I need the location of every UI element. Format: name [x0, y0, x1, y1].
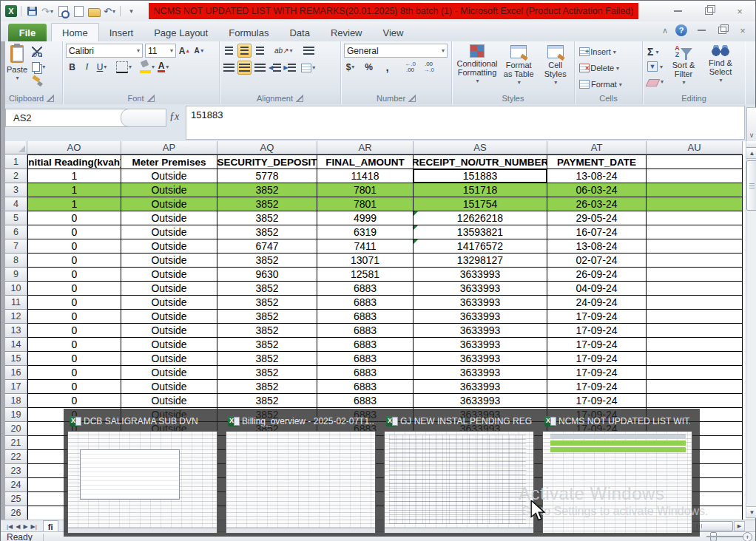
thumbnail-preview[interactable] — [67, 431, 217, 534]
cell-AU15[interactable] — [647, 352, 743, 366]
cell-AP12[interactable]: Outside — [121, 310, 217, 324]
shrink-font-button[interactable]: A▼ — [193, 44, 206, 57]
row-header-24[interactable]: 24 — [5, 478, 27, 492]
cell-AS10[interactable]: 3633993 — [414, 282, 547, 296]
tab-view[interactable]: View — [373, 24, 414, 41]
cell-AT9[interactable]: 26-09-24 — [547, 268, 647, 282]
col-header-AR[interactable]: AR — [317, 141, 414, 154]
last-sheet-icon[interactable]: ▶| — [31, 523, 37, 530]
cell-AO6[interactable]: 0 — [27, 225, 121, 239]
format-cells-button[interactable]: Format▾ — [578, 78, 641, 91]
cell-AR8[interactable]: 13071 — [317, 254, 414, 268]
row-header-19[interactable]: 19 — [5, 408, 27, 422]
increase-indent-button[interactable]: ▶ — [283, 61, 296, 74]
conditional-formatting-button[interactable]: Conditional Formatting▾ — [455, 44, 499, 89]
cell-AU6[interactable] — [647, 225, 743, 239]
cell-AP18[interactable]: Outside — [121, 394, 217, 408]
cell-AS18[interactable]: 3633993 — [414, 394, 547, 408]
cell-AQ5[interactable]: 3852 — [217, 211, 317, 225]
copy-button[interactable]: ▾ — [30, 60, 47, 73]
thumbnail-preview[interactable] — [542, 431, 692, 534]
cell-AP14[interactable]: Outside — [121, 338, 217, 352]
row-header-25[interactable]: 25 — [5, 492, 27, 506]
cell-AR18[interactable]: 6883 — [317, 394, 414, 408]
row-header-9[interactable]: 9 — [5, 268, 27, 282]
prev-sheet-icon[interactable]: ◀ — [16, 523, 20, 530]
grow-font-button[interactable]: A▲ — [178, 44, 191, 57]
cell-AT15[interactable]: 17-09-24 — [547, 352, 647, 366]
cell-AT7[interactable]: 13-08-24 — [547, 239, 647, 254]
cell-AU4[interactable] — [647, 197, 743, 211]
cell-AT11[interactable]: 24-09-24 — [547, 296, 647, 310]
bold-button[interactable]: B — [66, 61, 78, 73]
cell-AP8[interactable]: Outside — [121, 254, 217, 268]
cell-AU16[interactable] — [647, 366, 743, 380]
italic-button[interactable]: I — [81, 61, 93, 73]
format-painter-button[interactable] — [30, 75, 47, 88]
cell-AT4[interactable]: 26-03-24 — [547, 197, 647, 211]
paste-button[interactable]: Paste▾ — [4, 44, 30, 89]
taskbar-thumbnail[interactable]: Billing_overview - 2025-02-07T1... — [226, 412, 376, 534]
cell-AU11[interactable] — [647, 296, 743, 310]
font-size-combo[interactable]: 11▾ — [145, 44, 176, 58]
cell-AP6[interactable]: Outside — [121, 225, 217, 239]
cell-AO8[interactable]: 0 — [27, 254, 121, 268]
row-header-15[interactable]: 15 — [5, 352, 27, 366]
cell-AQ8[interactable]: 3852 — [217, 254, 317, 268]
cell-AS17[interactable]: 3633993 — [414, 380, 547, 394]
undo-icon[interactable]: ↶▾ — [103, 4, 116, 18]
cell-AR15[interactable]: 6883 — [317, 352, 414, 366]
cell-AP11[interactable]: Outside — [121, 296, 217, 310]
alignment-dialog-launcher-icon[interactable] — [296, 95, 303, 102]
cell-AQ12[interactable]: 3852 — [217, 310, 317, 324]
row-header-2[interactable]: 2 — [5, 169, 27, 183]
cell-AO12[interactable]: 0 — [27, 310, 121, 324]
cell-AO16[interactable]: 0 — [27, 366, 121, 380]
cell-AS13[interactable]: 3633993 — [414, 324, 547, 338]
taskbar-thumbnail[interactable]: DCB SALIGRAMA SUB DVN — [67, 412, 217, 534]
accounting-format-button[interactable]: $▾ — [344, 61, 357, 73]
row-header-13[interactable]: 13 — [5, 324, 27, 338]
row-header-14[interactable]: 14 — [5, 338, 27, 352]
cut-button[interactable] — [30, 45, 47, 58]
row-header-4[interactable]: 4 — [5, 197, 27, 211]
minimize-icon[interactable] — [668, 5, 687, 17]
cell-AR10[interactable]: 6883 — [317, 282, 414, 296]
customize-qat-icon[interactable]: ▾ — [124, 4, 138, 18]
align-right-button[interactable] — [254, 61, 266, 74]
tab-file[interactable]: File — [8, 24, 47, 41]
open-folder-icon[interactable] — [87, 4, 101, 18]
cell-AS6[interactable]: 13593821 — [414, 225, 547, 239]
name-box[interactable]: AS2▾ — [5, 109, 129, 127]
cell-AQ6[interactable]: 3852 — [217, 225, 317, 239]
cell-AT6[interactable]: 16-07-24 — [547, 225, 647, 239]
cell-AQ16[interactable]: 3852 — [217, 366, 317, 380]
redo-icon[interactable]: ↷▾ — [41, 4, 54, 18]
cell-AU17[interactable] — [647, 380, 743, 394]
workbook-close-icon[interactable]: × — [736, 24, 749, 36]
row-header-20[interactable]: 20 — [5, 422, 27, 436]
cell-AT10[interactable]: 04-09-24 — [547, 282, 647, 296]
font-name-combo[interactable]: Calibri▾ — [66, 44, 143, 58]
cell-AT1[interactable]: PAYMENT_DATE — [547, 154, 647, 169]
cell-AR7[interactable]: 7411 — [317, 239, 414, 254]
cell-AO15[interactable]: 0 — [27, 352, 121, 366]
split-handle[interactable] — [746, 141, 756, 148]
cell-AS16[interactable]: 3633993 — [414, 366, 547, 380]
collapse-ribbon-icon[interactable]: ∧ — [662, 26, 668, 35]
cell-AS15[interactable]: 3633993 — [414, 352, 547, 366]
cell-AQ10[interactable]: 3852 — [217, 282, 317, 296]
cell-AU8[interactable] — [647, 254, 743, 268]
restore-icon[interactable] — [699, 5, 718, 17]
first-sheet-icon[interactable]: |◀ — [7, 523, 13, 530]
row-header-11[interactable]: 11 — [5, 296, 27, 310]
cell-AO13[interactable]: 0 — [27, 324, 121, 338]
cell-AO1[interactable]: Initial Reading(kvah) — [27, 154, 121, 169]
cell-AS14[interactable]: 3633993 — [414, 338, 547, 352]
cell-AP16[interactable]: Outside — [121, 366, 217, 380]
decrease-indent-button[interactable]: ◀ — [269, 61, 281, 74]
cell-AS9[interactable]: 3633993 — [414, 268, 547, 282]
clipboard-dialog-launcher-icon[interactable] — [47, 95, 54, 102]
workbook-restore-icon[interactable] — [715, 24, 729, 36]
vertical-scrollbar[interactable]: ▲ ▼ — [746, 141, 756, 518]
